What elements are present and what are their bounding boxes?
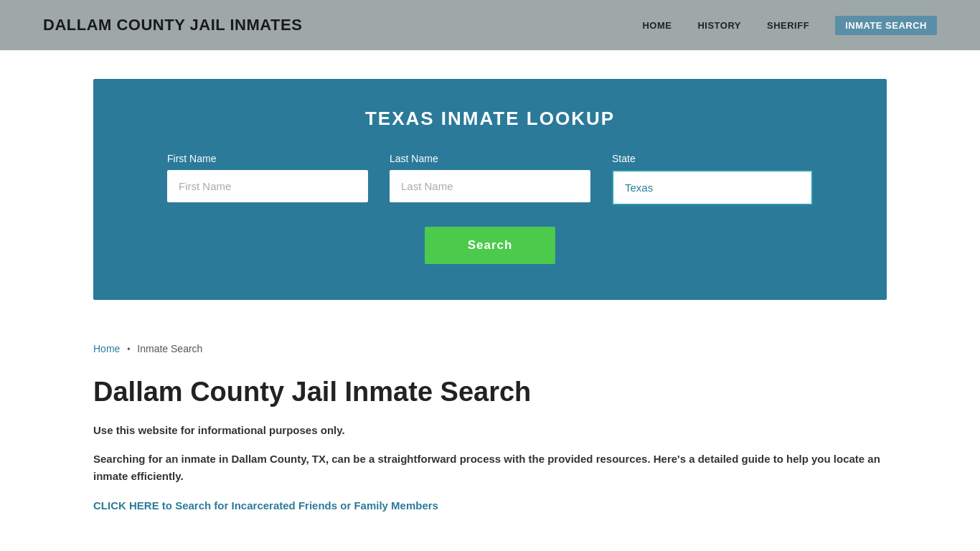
nav-inmate-search[interactable]: INMATE SEARCH: [835, 16, 937, 35]
main-content: Dallam County Jail Inmate Search Use thi…: [0, 362, 980, 541]
site-title: DALLAM COUNTY JAIL INMATES: [43, 16, 302, 34]
site-header: DALLAM COUNTY JAIL INMATES HOME HISTORY …: [0, 0, 980, 50]
info-text-1: Use this website for informational purpo…: [93, 422, 887, 439]
breadcrumb-separator: •: [127, 344, 130, 354]
breadcrumb: Home • Inmate Search: [0, 329, 980, 362]
nav-sheriff[interactable]: SHERIFF: [767, 20, 809, 31]
first-name-label: First Name: [167, 153, 368, 164]
state-group: State: [612, 153, 813, 205]
state-input[interactable]: [612, 170, 813, 205]
inmate-lookup-section: TEXAS INMATE LOOKUP First Name Last Name…: [93, 79, 887, 300]
search-link[interactable]: CLICK HERE to Search for Incarcerated Fr…: [93, 499, 438, 512]
last-name-input[interactable]: [390, 170, 590, 202]
search-button-row: Search: [136, 227, 844, 264]
nav-history[interactable]: HISTORY: [697, 20, 741, 31]
breadcrumb-home[interactable]: Home: [93, 343, 120, 354]
state-label: State: [612, 153, 813, 164]
search-fields-row: First Name Last Name State: [136, 153, 844, 205]
main-nav: HOME HISTORY SHERIFF INMATE SEARCH: [642, 16, 937, 35]
last-name-label: Last Name: [390, 153, 590, 164]
search-button[interactable]: Search: [425, 227, 556, 264]
breadcrumb-current: Inmate Search: [137, 343, 202, 354]
first-name-group: First Name: [167, 153, 368, 205]
nav-home[interactable]: HOME: [642, 20, 672, 31]
last-name-group: Last Name: [390, 153, 590, 205]
first-name-input[interactable]: [167, 170, 368, 202]
lookup-title: TEXAS INMATE LOOKUP: [136, 108, 844, 130]
info-text-2: Searching for an inmate in Dallam County…: [93, 451, 887, 485]
page-title: Dallam County Jail Inmate Search: [93, 376, 887, 409]
